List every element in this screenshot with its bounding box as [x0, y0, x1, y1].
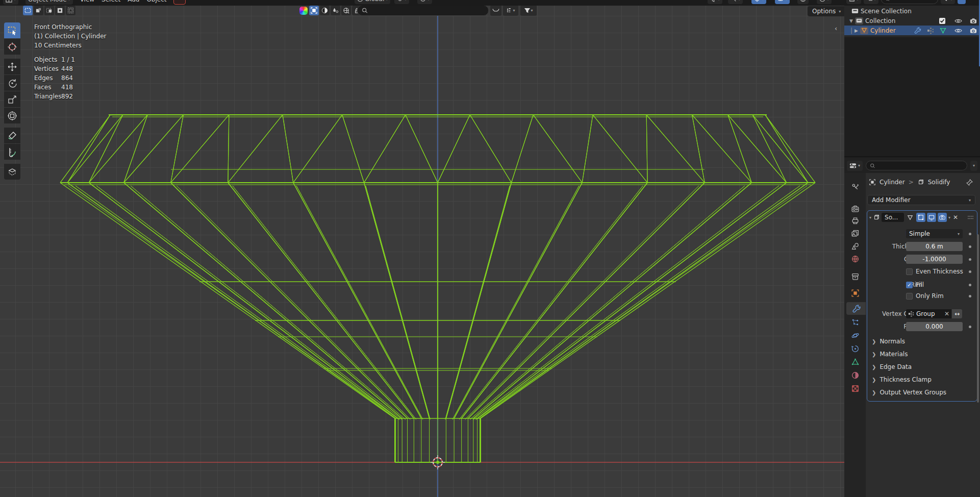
breadcrumb-object[interactable]: Cylinder	[880, 179, 905, 186]
properties-tab-world[interactable]: .s{fill:none;stroke:currentColor;stroke-…	[844, 253, 866, 265]
tool-transform[interactable]	[4, 108, 20, 123]
only-rim-checkbox[interactable]	[906, 293, 913, 300]
snapping-button[interactable]: ▾	[394, 0, 409, 4]
outliner-blue-toggle[interactable]	[958, 0, 966, 4]
properties-scrollbar[interactable]	[977, 234, 979, 403]
section-materials[interactable]: ❯Materials	[872, 351, 908, 358]
render-display-toggle[interactable]	[938, 213, 947, 222]
viewport-search[interactable]	[357, 5, 489, 16]
invert-vertex-group-button[interactable]: ↔	[952, 309, 962, 318]
tool-add-cube[interactable]	[4, 164, 20, 180]
mode-selector[interactable]: Object Mode ▾	[26, 0, 73, 5]
section-edge-data[interactable]: ❯Edge Data	[872, 363, 912, 370]
search-input[interactable]	[371, 7, 484, 15]
outliner-row-cylinder[interactable]: | ▶ Cylinder	[844, 26, 980, 35]
shading-wireframe-button[interactable]	[797, 0, 809, 4]
fill-checkbox[interactable]: ✓	[906, 282, 913, 288]
tool-scale[interactable]	[4, 91, 20, 107]
menu-object[interactable]: Object	[146, 0, 166, 3]
active-tool-red-button[interactable]	[173, 0, 186, 5]
properties-tab-view-layer[interactable]: .s{fill:none;stroke:currentColor;stroke-…	[844, 227, 866, 240]
section-output-vertex-groups[interactable]: ❯Output Vertex Groups	[872, 389, 946, 396]
outliner-search[interactable]	[881, 0, 938, 4]
gizmo-toggle[interactable]: ▾	[751, 0, 766, 4]
mode-dropdown[interactable]: Simple▾	[906, 229, 963, 238]
factor-field[interactable]: 0.000	[906, 322, 963, 331]
sidebar-toggle-chevron[interactable]: ‹	[835, 24, 837, 32]
properties-tab-texture[interactable]: .s{fill:none;stroke:currentColor;stroke-…	[844, 382, 866, 395]
properties-editor-type-button[interactable]: ▾	[847, 161, 863, 171]
tool-cursor[interactable]	[4, 39, 20, 55]
editor-type-button[interactable]: ▾	[3, 0, 18, 5]
select-box-tool-icon[interactable]	[309, 6, 319, 15]
properties-tab-modifiers[interactable]: .s{fill:none;stroke:currentColor;stroke-…	[846, 302, 866, 315]
pin-icon[interactable]	[966, 179, 973, 186]
eye-icon[interactable]	[954, 18, 962, 24]
checkbox-icon[interactable]	[939, 17, 946, 24]
select-mode-extend[interactable]	[34, 6, 43, 15]
properties-tab-physics[interactable]: .s{fill:none;stroke:currentColor;stroke-…	[844, 329, 866, 342]
gradient-sphere-icon[interactable]	[298, 6, 308, 15]
decorator-dot[interactable]	[969, 326, 971, 328]
falloff-curve-button[interactable]	[490, 5, 501, 16]
outliner-display-mode-button[interactable]: ▾	[864, 0, 878, 4]
properties-tab-object[interactable]: .s{fill:none;stroke:currentColor;stroke-…	[844, 287, 866, 300]
object-type-visibility-button[interactable]: ▾	[708, 0, 722, 4]
on-cage-toggle[interactable]	[906, 213, 915, 222]
globe-icon[interactable]	[341, 6, 351, 15]
tool-annotate[interactable]	[4, 128, 20, 143]
properties-tab-particles[interactable]: .s{fill:none;stroke:currentColor;stroke-…	[844, 316, 866, 329]
eye-icon[interactable]	[954, 28, 962, 34]
menu-select[interactable]: Select	[102, 0, 120, 3]
collapse-chevron-icon[interactable]: ▾	[869, 215, 871, 220]
outliner-filter-button[interactable]: ▾	[941, 0, 955, 4]
menu-add[interactable]: Add	[128, 0, 139, 3]
properties-search[interactable]	[866, 161, 967, 170]
droplets-icon[interactable]	[331, 6, 340, 15]
modifier-extras-chevron[interactable]: ▾	[948, 215, 950, 220]
decorator-dot[interactable]	[969, 284, 971, 286]
offset-field[interactable]: -1.0000	[906, 255, 963, 264]
clear-vertex-group-icon[interactable]: ✕	[944, 310, 949, 317]
expand-arrow-icon[interactable]: ▼	[849, 18, 853, 23]
realtime-display-toggle[interactable]	[927, 213, 936, 222]
select-mode-intersect[interactable]	[66, 6, 76, 15]
half-sphere-icon[interactable]	[320, 6, 330, 15]
even-thickness-checkbox[interactable]	[906, 268, 913, 275]
outliner-editor-type-button[interactable]: ▾	[846, 0, 861, 4]
section-normals[interactable]: ❯Normals	[872, 338, 905, 345]
filter-button[interactable]: ▾	[520, 5, 537, 16]
transform-orientation[interactable]: Global ▾	[355, 0, 390, 4]
camera-icon[interactable]	[970, 18, 977, 24]
delete-modifier-button[interactable]: ✕	[952, 214, 959, 221]
breadcrumb-modifier[interactable]: Solidify	[928, 179, 950, 186]
xray-toggle[interactable]: ▾	[728, 0, 743, 4]
properties-tab-data[interactable]: .s{fill:none;stroke:currentColor;stroke-…	[844, 356, 866, 368]
tool-move[interactable]	[4, 59, 20, 74]
thickness-field[interactable]: 0.6 m	[906, 242, 963, 251]
tool-select-box[interactable]	[4, 22, 20, 38]
properties-tab-collection[interactable]: .s{fill:none;stroke:currentColor;stroke-…	[844, 270, 866, 283]
viewport-3d[interactable]: ▾ Object Mode ▾ View Select Add Object G…	[0, 0, 844, 497]
menu-view[interactable]: View	[80, 0, 94, 3]
decorator-dot[interactable]	[969, 245, 971, 248]
properties-tab-output[interactable]: .s{fill:none;stroke:currentColor;stroke-…	[844, 214, 866, 227]
edit-mode-toggle[interactable]	[916, 213, 925, 222]
vertex-group-field[interactable]: Group ✕	[906, 309, 951, 318]
properties-tab-scene[interactable]: .s{fill:none;stroke:currentColor;stroke-…	[844, 240, 866, 253]
select-mode-invert[interactable]	[55, 6, 65, 15]
decorator-dot[interactable]	[969, 270, 971, 273]
properties-options-button[interactable]: ▾	[970, 161, 977, 171]
decorator-dot[interactable]	[969, 258, 971, 261]
decorator-dot[interactable]	[969, 233, 971, 235]
tool-rotate[interactable]	[4, 75, 20, 91]
camera-icon[interactable]	[970, 28, 977, 34]
modifier-name-field[interactable]: So...	[882, 213, 904, 222]
add-modifier-button[interactable]: Add Modifier ▾	[867, 195, 975, 205]
display-mode-button[interactable]: ▾	[503, 5, 518, 16]
overlays-toggle[interactable]: ▾	[775, 0, 790, 4]
select-mode-subtract[interactable]	[44, 6, 54, 15]
modifier-wrench-icon[interactable]	[914, 27, 921, 34]
tool-measure[interactable]	[4, 144, 20, 160]
select-mode-set[interactable]	[23, 6, 33, 15]
